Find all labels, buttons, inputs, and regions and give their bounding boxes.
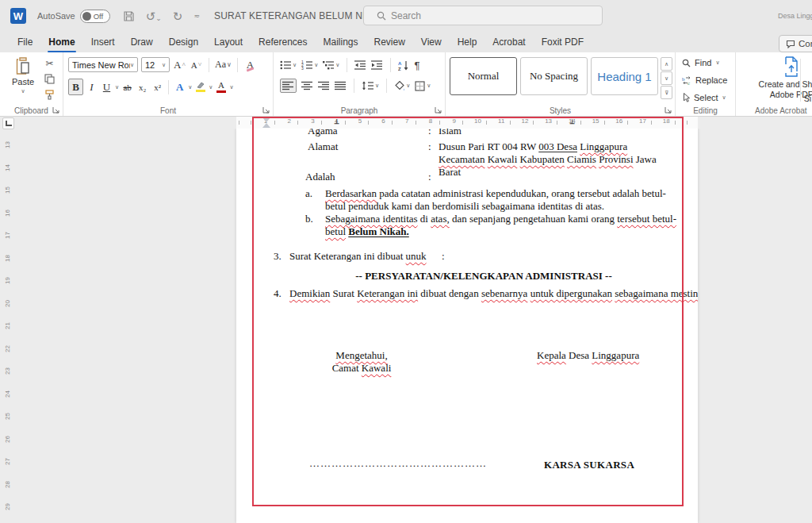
superscript-button[interactable]: x² <box>151 79 164 94</box>
tab-draw[interactable]: Draw <box>123 32 161 52</box>
cursor-arrow-icon <box>682 93 690 102</box>
font-color-button[interactable]: A <box>214 79 228 94</box>
shading-button[interactable]: ∨ <box>394 81 410 91</box>
tab-review[interactable]: Review <box>366 32 413 52</box>
clear-formatting-button[interactable]: A <box>243 57 257 72</box>
horizontal-ruler[interactable]: 123456789101112131415161718⊥⊥ <box>0 117 812 129</box>
document-page[interactable]: Agama : Islam Alamat : Dusun Pari RT 004… <box>236 129 698 523</box>
search-icon <box>377 11 386 21</box>
replace-button[interactable]: bc Replace <box>682 75 727 85</box>
list-item-b: b. Sebagaimana identitas di atas, dan se… <box>305 213 684 238</box>
tab-acrobat[interactable]: Acrobat <box>485 32 533 52</box>
font-name-select[interactable]: Times New Roman ∨ <box>68 57 138 72</box>
increase-indent-button[interactable] <box>371 60 383 70</box>
chevron-down-icon: ∨ <box>406 83 410 89</box>
italic-button[interactable]: I <box>85 79 98 94</box>
pdf-share-icon <box>783 56 800 77</box>
chevron-down-icon: ∨ <box>314 62 318 68</box>
undo-icon[interactable]: ↺⌄ <box>146 10 162 22</box>
sort-button[interactable]: AZ <box>398 60 409 71</box>
signature-dots-line: ………………………………………… <box>309 457 487 470</box>
highlight-options-icon[interactable]: ∨ <box>209 84 213 90</box>
decrease-indent-button[interactable] <box>354 60 366 70</box>
styles-group: Normal No Spacing Heading 1 ∧ ∨ ⊽ Styles <box>446 52 676 116</box>
svg-text:3: 3 <box>301 66 304 70</box>
copy-icon[interactable] <box>44 74 55 84</box>
tab-file[interactable]: File <box>10 32 40 52</box>
show-formatting-marks-button[interactable]: ¶ <box>414 60 419 71</box>
comments-button[interactable]: Comments <box>779 35 812 52</box>
autosave-toggle[interactable]: Off <box>80 10 110 23</box>
bold-button[interactable]: B <box>68 79 83 95</box>
word-logo-icon[interactable]: W <box>10 8 26 24</box>
account-name[interactable]: Desa Linggapura <box>778 12 812 20</box>
tab-help[interactable]: Help <box>450 32 485 52</box>
styles-dialog-launcher-icon[interactable] <box>665 106 672 113</box>
request-signatures-button-clipped[interactable]: Si <box>804 94 811 103</box>
line-spacing-button[interactable]: ∨ <box>362 81 379 90</box>
chevron-down-icon: ∨ <box>162 62 166 68</box>
autosave-label: AutoSave <box>37 11 75 21</box>
grow-font-button[interactable]: A˄ <box>173 57 186 72</box>
font-color-options-icon[interactable]: ∨ <box>229 84 233 90</box>
tab-mailings[interactable]: Mailings <box>315 32 366 52</box>
underline-button[interactable]: U <box>100 79 113 94</box>
subscript-button[interactable]: x₂ <box>136 79 149 94</box>
change-case-button[interactable]: Aa∨ <box>215 57 232 72</box>
styles-more-icon[interactable]: ⊽ <box>661 86 672 99</box>
tab-view[interactable]: View <box>413 32 450 52</box>
text-effects-button[interactable]: A <box>173 79 186 94</box>
save-icon[interactable] <box>123 10 135 22</box>
font-group-label: Font <box>63 106 273 115</box>
select-button[interactable]: Select ∨ <box>682 93 726 102</box>
bullets-button[interactable]: ∨ <box>280 60 297 70</box>
tab-foxit-pdf[interactable]: Foxit PDF <box>534 32 592 52</box>
style-normal[interactable]: Normal <box>450 57 517 95</box>
tab-home[interactable]: Home <box>40 32 82 52</box>
paragraph-dialog-launcher-icon[interactable] <box>435 106 442 113</box>
tab-references[interactable]: References <box>251 32 315 52</box>
styles-scroll-up-icon[interactable]: ∧ <box>661 57 672 71</box>
vertical-ruler[interactable]: 1314151617181920212223242526272829 <box>0 129 14 523</box>
numbering-button[interactable]: 123 ∨ <box>301 60 318 70</box>
hanging-indent-marker[interactable] <box>262 123 270 128</box>
clipboard-dialog-launcher-icon[interactable] <box>52 106 59 113</box>
styles-scroll-down-icon[interactable]: ∨ <box>661 71 672 85</box>
strikethrough-button[interactable]: ab <box>121 79 134 94</box>
find-button[interactable]: Find ∨ <box>682 58 720 67</box>
highlight-button[interactable] <box>193 79 207 94</box>
format-painter-icon[interactable] <box>44 90 55 100</box>
font-size-select[interactable]: 12 ∨ <box>141 57 170 72</box>
align-right-button[interactable] <box>318 81 330 90</box>
style-no-spacing[interactable]: No Spacing <box>520 57 588 95</box>
signature-name-right: KARSA SUKARSA <box>544 459 634 471</box>
multilevel-list-button[interactable]: ∨ <box>323 60 339 70</box>
tab-design[interactable]: Design <box>161 32 206 52</box>
chevron-down-icon: ∨ <box>427 83 431 89</box>
font-dialog-launcher-icon[interactable] <box>262 106 270 113</box>
center-heading-line: -- PERSYARATAN/KELENGKAPAN ADMINISTRASI … <box>289 270 678 283</box>
search-input[interactable]: Search <box>363 6 603 25</box>
clipboard-icon <box>15 56 31 75</box>
justify-button[interactable] <box>335 81 347 90</box>
clipboard-group: Paste ∨ ✂ Clipboard <box>0 52 63 116</box>
align-left-button[interactable] <box>280 79 297 93</box>
editing-group: Find ∨ bc Replace Select ∨ Editing <box>676 52 736 116</box>
paste-button[interactable]: Paste ∨ <box>6 56 40 104</box>
tab-stop-marker[interactable]: ⊥ <box>334 118 339 125</box>
autosave-control[interactable]: AutoSave Off <box>37 10 110 23</box>
tab-layout[interactable]: Layout <box>206 32 251 52</box>
style-heading-1[interactable]: Heading 1 <box>591 57 658 95</box>
redo-icon[interactable]: ↻ <box>173 10 183 22</box>
first-line-indent-marker[interactable] <box>262 117 270 122</box>
tab-stop-marker[interactable]: ⊥ <box>569 118 575 125</box>
align-center-button[interactable] <box>301 81 313 90</box>
customize-toolbar-icon[interactable]: ≂ <box>193 12 200 20</box>
cut-icon[interactable]: ✂ <box>45 59 53 68</box>
tab-insert[interactable]: Insert <box>83 32 123 52</box>
borders-button[interactable]: ∨ <box>415 81 431 91</box>
shrink-font-button[interactable]: A˅ <box>190 57 203 72</box>
tab-selector-icon[interactable] <box>2 117 14 129</box>
text-effects-options-icon[interactable]: ∨ <box>188 84 192 90</box>
underline-options-icon[interactable]: ∨ <box>115 84 119 90</box>
